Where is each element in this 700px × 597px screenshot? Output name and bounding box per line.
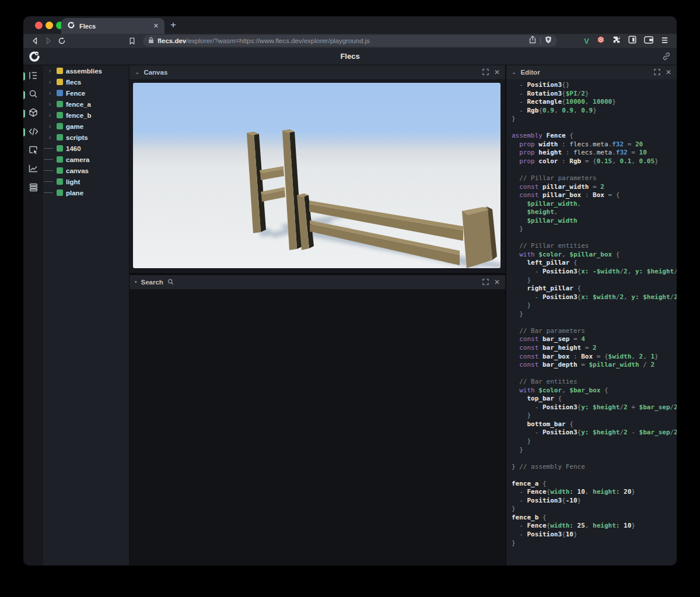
expand-chevron-icon[interactable]: › (50, 90, 51, 96)
tree-item-canvas[interactable]: canvas (43, 165, 129, 176)
search-panel-title: Search (141, 279, 163, 286)
extensions-puzzle-icon[interactable] (612, 36, 621, 46)
code-line: } (512, 115, 677, 124)
menu-icon[interactable] (661, 36, 668, 46)
code-line: $pillar_width (512, 217, 677, 226)
share-icon[interactable] (529, 36, 536, 46)
entity-label: fence_b (66, 112, 91, 119)
search-icon (167, 277, 174, 287)
code-line: const bar_sep = 4 (512, 335, 677, 344)
fullscreen-icon[interactable] (654, 67, 660, 78)
entity-color-square (57, 101, 63, 107)
code-line: // Bar entities (512, 378, 677, 387)
rail-button-outline-tree[interactable] (23, 69, 43, 84)
expand-chevron-icon[interactable]: › (50, 68, 51, 74)
code-line: with $color, $pillar_box { (512, 251, 677, 259)
entity-tree: ›assemblies›flecs›Fence›fence_a›fence_b›… (43, 65, 129, 566)
collapse-chevron-icon[interactable]: ⌄ (512, 69, 516, 75)
rail-button-code[interactable] (23, 125, 43, 140)
flecs-favicon-icon (67, 21, 75, 31)
tree-item-flecs[interactable]: ›flecs (43, 76, 129, 87)
code-line: const bar_height = 2 (512, 344, 677, 353)
rail-button-inspector[interactable] (23, 143, 43, 159)
icon-rail (23, 65, 43, 566)
reload-button[interactable] (56, 35, 68, 47)
expand-chevron-icon[interactable]: › (50, 112, 51, 118)
close-panel-icon[interactable]: ✕ (494, 69, 500, 76)
back-button[interactable] (29, 35, 41, 47)
vue-devtools-icon[interactable]: V (584, 37, 589, 45)
expand-chevron-icon[interactable]: › (50, 101, 51, 107)
cube-icon (29, 108, 38, 120)
new-tab-button[interactable]: + (170, 19, 176, 31)
expand-chevron-icon[interactable]: › (50, 123, 51, 129)
entity-color-square (57, 123, 63, 129)
permalink-icon[interactable] (662, 52, 671, 63)
code-line: } (512, 505, 677, 514)
fullscreen-icon[interactable] (482, 277, 489, 287)
tree-item-plane[interactable]: plane (43, 187, 129, 198)
rail-button-stack[interactable] (23, 181, 43, 196)
entity-label: light (66, 178, 80, 185)
code-line: - Position3{y: $height/2 - $bar_sep/2} (512, 429, 677, 437)
forward-button[interactable] (43, 35, 54, 47)
tree-item-scripts[interactable]: ›scripts (43, 132, 129, 143)
page-title: Flecs (23, 52, 677, 61)
expand-chevron-icon[interactable]: › (50, 134, 51, 141)
entity-label: flecs (66, 79, 81, 86)
code-line: } (512, 225, 677, 234)
url-text: flecs.dev/explorer/?wasm=https://www.fle… (158, 37, 526, 44)
brave-shield-icon[interactable] (545, 36, 552, 46)
outline-tree-icon (29, 71, 38, 82)
code-line: } (512, 301, 677, 310)
leaf-line (44, 170, 53, 171)
url-bar[interactable]: flecs.dev/explorer/?wasm=https://www.fle… (143, 35, 557, 47)
tree-item-light[interactable]: light (43, 176, 129, 187)
tree-item-camera[interactable]: camera (43, 154, 129, 165)
code-line: } // assembly Fence (512, 463, 677, 472)
entity-label: Fence (66, 90, 85, 97)
collapse-dot-icon[interactable]: • (135, 279, 137, 285)
editor-panel: ⌄ Editor ✕ - Position3{} - Rotation3{$PI… (506, 65, 677, 566)
code-editor[interactable]: - Position3{} - Rotation3{$PI/2} - Recta… (512, 81, 677, 547)
leaf-line (44, 159, 53, 160)
close-panel-icon[interactable]: ✕ (494, 279, 500, 286)
editor-panel-header: ⌄ Editor ✕ (506, 65, 677, 79)
tree-item-Fence[interactable]: ›Fence (43, 87, 129, 99)
3d-canvas[interactable] (133, 83, 501, 268)
collapse-chevron-icon[interactable]: ⌄ (135, 69, 139, 75)
code-line: right_pillar { (512, 285, 677, 293)
red-extension-icon[interactable] (597, 36, 605, 46)
search-panel: • Search ✕ (130, 275, 505, 566)
bookmark-icon[interactable] (126, 35, 138, 47)
rail-button-cube[interactable] (23, 106, 43, 121)
traffic-light-minimize[interactable] (46, 22, 53, 29)
tree-item-game[interactable]: ›game (43, 121, 129, 132)
fullscreen-icon[interactable] (482, 67, 489, 78)
entity-color-square (57, 156, 63, 163)
browser-toolbar: flecs.dev/explorer/?wasm=https://www.fle… (23, 34, 677, 48)
tab-close-icon[interactable]: ✕ (153, 22, 159, 30)
code-line (512, 124, 677, 132)
tree-item-1460[interactable]: 1460 (43, 143, 129, 154)
tree-item-assemblies[interactable]: ›assemblies (43, 65, 129, 76)
expand-chevron-icon[interactable]: › (50, 79, 51, 85)
entity-color-square (57, 145, 63, 152)
entity-label: game (66, 123, 83, 130)
rail-button-search[interactable] (23, 87, 43, 103)
close-panel-icon[interactable]: ✕ (666, 69, 671, 76)
tab-title: Flecs (79, 23, 149, 30)
tree-item-fence_b[interactable]: ›fence_b (43, 110, 129, 121)
sidebar-toggle-icon[interactable] (628, 36, 636, 46)
tree-item-fence_a[interactable]: ›fence_a (43, 99, 129, 110)
code-line: } (512, 276, 677, 285)
code-line: const pillar_width = 2 (512, 183, 677, 192)
traffic-light-close[interactable] (35, 22, 43, 29)
wallet-icon[interactable] (644, 36, 653, 46)
rail-button-chart[interactable] (23, 162, 43, 177)
browser-tab[interactable]: Flecs ✕ (61, 18, 164, 34)
entity-label: plane (66, 189, 83, 196)
code-line: // Bar parameters (512, 327, 677, 336)
code-line: top_bar { (512, 395, 677, 403)
code-line: } (512, 446, 677, 455)
